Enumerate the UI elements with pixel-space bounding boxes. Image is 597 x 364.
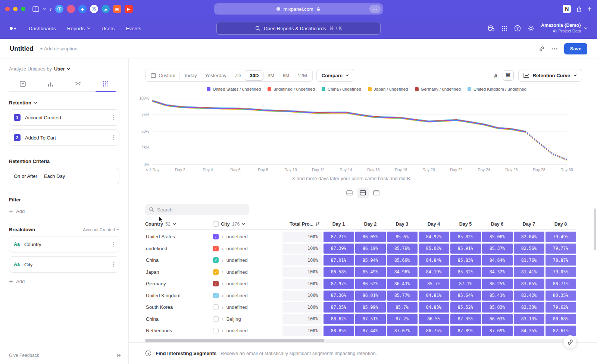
- legend-item[interactable]: China / undefined: [322, 87, 361, 91]
- row-checkbox[interactable]: ✓: [213, 269, 219, 275]
- cell-day-value[interactable]: 87.2%: [387, 314, 418, 324]
- range-today[interactable]: Today: [180, 69, 201, 81]
- more-options-icon[interactable]: [113, 115, 115, 120]
- chevron-right-icon[interactable]: ›: [222, 305, 224, 310]
- cell-day-value[interactable]: 85.52%: [450, 302, 481, 313]
- retention-step-card[interactable]: 1 Account Created: [9, 109, 119, 126]
- cell-day-value[interactable]: 87.35%: [323, 302, 354, 313]
- cell-day-value[interactable]: 85.99%: [355, 302, 386, 313]
- share-icon[interactable]: [576, 6, 582, 12]
- cell-day-value[interactable]: 84.35%: [514, 326, 544, 336]
- cell-total-percent[interactable]: 100%: [282, 267, 322, 277]
- tab-flows-icon[interactable]: [64, 77, 92, 91]
- row-checkbox[interactable]: ✓: [213, 246, 219, 251]
- chevron-right-icon[interactable]: ›: [222, 258, 224, 263]
- horizontal-scrollbar[interactable]: [145, 339, 576, 342]
- cell-day-value[interactable]: 87.97%: [323, 279, 354, 289]
- cell-day-value[interactable]: 85.82%: [450, 232, 481, 242]
- table-search-input[interactable]: Search: [145, 204, 249, 215]
- cell-day-value[interactable]: 86.5%: [419, 314, 449, 324]
- cell-day-value[interactable]: 86.43%: [387, 279, 418, 289]
- retention-curve-chart[interactable]: 100%75%50%25%0%< 1 DayDay 2Day 4Day 6Day…: [135, 94, 589, 175]
- mixpanel-logo[interactable]: [10, 27, 16, 30]
- row-checkbox[interactable]: [213, 304, 219, 310]
- column-header-day[interactable]: Day 1: [323, 222, 354, 227]
- chevron-right-icon[interactable]: ›: [222, 269, 224, 274]
- cell-total-percent[interactable]: 100%: [282, 302, 322, 313]
- retention-section-header[interactable]: Retention: [9, 100, 119, 106]
- cell-day-value[interactable]: 87.36%: [323, 291, 354, 301]
- cell-day-value[interactable]: 80.35%: [546, 291, 576, 301]
- annotations-hash-button[interactable]: #: [490, 70, 501, 81]
- chevron-right-icon[interactable]: ›: [222, 328, 224, 333]
- row-checkbox[interactable]: ✓: [213, 257, 219, 263]
- cell-day-value[interactable]: 84.83%: [419, 302, 449, 313]
- browser-extension-icon[interactable]: [67, 5, 75, 13]
- cell-day-value[interactable]: 80.68%: [546, 314, 576, 324]
- keyboard-shortcuts-button[interactable]: ⌘: [503, 70, 514, 81]
- range-6m[interactable]: 6M: [278, 69, 293, 81]
- cell-total-percent[interactable]: 100%: [282, 255, 322, 266]
- column-header-country[interactable]: Country52: [145, 222, 213, 227]
- row-checkbox[interactable]: ✓: [213, 234, 219, 239]
- legend-item[interactable]: Japan / undefined: [368, 87, 408, 91]
- cell-day-value[interactable]: 85.7%: [419, 279, 449, 289]
- cell-country[interactable]: China: [145, 316, 213, 322]
- column-header-day[interactable]: Day 3: [386, 222, 418, 227]
- tab-retention-icon[interactable]: [92, 77, 119, 91]
- extensions-more-button[interactable]: ⋯: [369, 5, 381, 13]
- cell-day-value[interactable]: 83.13%: [514, 314, 544, 324]
- nav-dashboards[interactable]: Dashboards: [29, 26, 56, 31]
- cell-country[interactable]: China: [145, 257, 213, 263]
- cell-day-value[interactable]: 82.04%: [514, 232, 544, 242]
- apps-grid-icon[interactable]: [501, 25, 507, 31]
- criteria-on-or-after[interactable]: On or After: [14, 173, 37, 179]
- cell-day-value[interactable]: 86.75%: [419, 326, 449, 336]
- cell-country[interactable]: undefined: [145, 246, 213, 251]
- cell-day-value[interactable]: 86.01%: [355, 291, 386, 301]
- cell-day-value[interactable]: 85.41%: [482, 291, 513, 301]
- cell-day-value[interactable]: 85.76%: [387, 244, 418, 254]
- breakdown-card[interactable]: Aa Country: [9, 236, 119, 252]
- column-header-day[interactable]: Day 6: [481, 222, 513, 227]
- close-window-button[interactable]: [5, 7, 10, 11]
- legend-item[interactable]: Germany / undefined: [415, 87, 461, 91]
- segments-title[interactable]: Find Interesting Segments: [156, 351, 216, 356]
- column-header-day[interactable]: Day 5: [450, 222, 481, 227]
- cell-day-value[interactable]: 84.19%: [419, 267, 449, 277]
- retention-step-card[interactable]: 2 Added To Cart: [9, 129, 119, 146]
- criteria-each-day[interactable]: Each Day: [44, 173, 65, 179]
- cell-day-value[interactable]: 80.71%: [546, 279, 576, 289]
- column-header-day[interactable]: Day 4: [418, 222, 450, 227]
- help-icon[interactable]: ?: [514, 25, 521, 32]
- retention-criteria-card[interactable]: On or After Each Day: [9, 168, 119, 184]
- breakdown-event-selector[interactable]: Account Created: [83, 228, 119, 232]
- cell-day-value[interactable]: 86.25%: [482, 279, 513, 289]
- cell-day-value[interactable]: 85.7%: [387, 302, 418, 313]
- cloud-extension-icon[interactable]: ☁: [101, 5, 110, 13]
- cell-day-value[interactable]: 85.91%: [450, 244, 481, 254]
- cell-day-value[interactable]: 81.41%: [514, 267, 544, 277]
- vertical-scrollbar[interactable]: [594, 208, 596, 250]
- cell-day-value[interactable]: 83.05%: [514, 279, 544, 289]
- nav-reports[interactable]: Reports: [67, 26, 90, 31]
- analyze-entity-selector[interactable]: User: [54, 66, 70, 72]
- cell-day-value[interactable]: 87.07%: [387, 326, 418, 336]
- column-header-day[interactable]: Day 7: [513, 222, 545, 227]
- chevron-right-icon[interactable]: ›: [222, 316, 224, 321]
- cell-day-value[interactable]: 86.19%: [355, 244, 386, 254]
- cell-day-value[interactable]: 86.58%: [323, 267, 354, 277]
- chevron-right-icon[interactable]: ›: [222, 281, 224, 286]
- zoom-window-button[interactable]: [21, 7, 25, 11]
- cell-total-percent[interactable]: 100%: [282, 314, 322, 324]
- column-header-day[interactable]: Day 8: [545, 222, 576, 227]
- project-switcher[interactable]: Amazonia {Demo} All Project Data: [541, 23, 587, 34]
- nav-events[interactable]: Events: [126, 26, 141, 31]
- cell-day-value[interactable]: 85.03%: [482, 302, 513, 313]
- more-options-icon[interactable]: [113, 242, 115, 247]
- cell-day-value[interactable]: 82.42%: [514, 291, 544, 301]
- more-options-icon[interactable]: [113, 135, 115, 140]
- cell-total-percent[interactable]: 100%: [282, 279, 322, 289]
- cell-day-value[interactable]: 79.62%: [546, 302, 576, 313]
- cell-day-value[interactable]: 87.21%: [323, 232, 354, 242]
